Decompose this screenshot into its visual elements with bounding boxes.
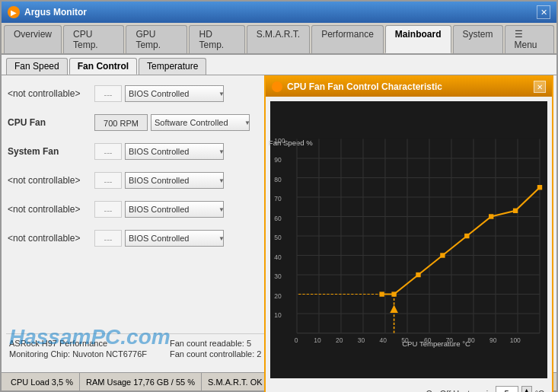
main-window: ▶ Argus Monitor ✕ Overview CPU Temp. GPU… [0,0,558,392]
window-close-button[interactable]: ✕ [537,5,550,19]
svg-text:20: 20 [274,292,282,300]
chart-point-4[interactable] [440,253,445,257]
x-axis-label: CPU Temperature °C [402,339,470,348]
fan-label-cpu: CPU Fan [8,117,91,128]
tab-performance[interactable]: Performance [311,25,384,53]
hysteresis-unit: °C [535,389,544,392]
hysteresis-up-button[interactable]: ▲ [521,386,532,392]
subtab-fan-speed[interactable]: Fan Speed [6,58,68,75]
svg-text:80: 80 [467,336,475,344]
table-row: <not controllable> --- BIOS Controlled [6,167,279,194]
chart-point-8[interactable] [537,185,542,190]
chart-point-5[interactable] [464,234,469,238]
svg-text:30: 30 [274,272,282,280]
window-title: Argus Monitor [24,7,87,18]
svg-text:80: 80 [274,176,282,183]
svg-text:50: 50 [274,234,282,241]
tab-smart[interactable]: S.M.A.R.T. [247,25,310,53]
svg-text:100: 100 [274,137,285,145]
hysteresis-control: On-Off Hysteresis ▲ ▼ °C [266,383,552,392]
fan-control-select-5[interactable]: BIOS Controlled [125,201,224,218]
svg-text:100: 100 [510,336,521,344]
tab-menu[interactable]: ☰ Menu [505,25,554,53]
fan-control-wrapper-system: BIOS Controlled [125,143,228,160]
dialog-close-button[interactable]: ✕ [534,81,546,93]
app-icon: ▶ [8,6,20,18]
svg-text:90: 90 [274,156,282,164]
fan-control-select-cpu[interactable]: Software Controlled BIOS Controlled [151,114,250,131]
cpu-fan-dialog: CPU Fan Fan Control Characteristic ✕ Fan… [264,75,553,392]
fan-control-wrapper-6: BIOS Controlled [125,230,228,247]
svg-text:70: 70 [274,195,282,202]
fan-rpm-system: --- [94,143,122,160]
fan-control-wrapper-5: BIOS Controlled [125,201,228,218]
svg-text:90: 90 [489,336,497,344]
svg-text:60: 60 [274,215,282,222]
subtab-temperature[interactable]: Temperature [139,58,206,75]
tab-system[interactable]: System [453,25,503,53]
fan-readable: Fan count readable: 5 [170,339,261,348]
fan-control-select-system[interactable]: BIOS Controlled [125,143,224,160]
table-row: <not controllable> --- BIOS Controlled [6,196,279,223]
fan-control-wrapper-cpu: Software Controlled BIOS Controlled [151,114,253,131]
fan-control-select-4[interactable]: BIOS Controlled [125,172,224,189]
fan-rpm-cpu: 700 RPM [94,114,148,131]
chart-point-3[interactable] [416,272,420,277]
svg-text:30: 30 [358,336,365,344]
chart-point-2[interactable] [391,292,396,296]
fan-rpm-1: --- [94,85,122,102]
tab-overview[interactable]: Overview [4,25,62,53]
info-section: ASRock H97 Performance Monitoring Chip: … [6,333,279,368]
dialog-title-text: CPU Fan Fan Control Characteristic [287,81,442,92]
table-row: <not controllable> --- BIOS Controlled [6,80,279,107]
table-row: CPU Fan 700 RPM Software Controlled BIOS… [6,109,279,136]
tab-gpu-temp[interactable]: GPU Temp. [126,25,187,53]
chip-name: Monitoring Chip: Nuvoton NCT6776F [9,349,147,359]
chart-container: Fan Speed % CPU Temperature °C [270,101,547,378]
fan-control-select-6[interactable]: BIOS Controlled [125,230,224,247]
hysteresis-spinner: ▲ ▼ [521,386,532,392]
content-area: <not controllable> --- BIOS Controlled C… [2,75,556,372]
fan-chart[interactable]: Fan Speed % CPU Temperature °C [297,124,540,348]
chart-point-7[interactable] [513,209,518,213]
svg-text:40: 40 [274,253,282,261]
tab-cpu-temp[interactable]: CPU Temp. [63,25,124,53]
tab-mainboard[interactable]: Mainboard [385,25,451,53]
svg-text:70: 70 [446,336,454,344]
board-name: ASRock H97 Performance [9,339,147,348]
svg-text:40: 40 [379,336,387,344]
svg-text:20: 20 [336,336,343,344]
fan-control-wrapper-1: BIOS Controlled [125,85,228,102]
fan-rpm-5: --- [94,201,122,218]
dialog-icon [272,81,282,92]
status-ram-usage: RAM Usage 17,76 GB / 55 % [80,373,202,390]
fan-label-5: <not controllable> [8,204,91,215]
fan-label-4: <not controllable> [8,175,91,186]
svg-text:10: 10 [274,311,282,319]
title-bar: ▶ Argus Monitor ✕ [2,2,556,23]
subtab-fan-control[interactable]: Fan Control [69,58,137,75]
svg-text:50: 50 [401,336,409,344]
table-row: System Fan --- BIOS Controlled [6,138,279,165]
fan-label-system: System Fan [8,146,91,157]
svg-text:0: 0 [295,336,298,344]
sub-tabs: Fan Speed Fan Control Temperature [2,55,556,75]
nav-tabs: Overview CPU Temp. GPU Temp. HD Temp. S.… [2,23,556,55]
chart-point-6[interactable] [489,214,493,218]
fan-list: <not controllable> --- BIOS Controlled C… [2,75,283,372]
status-smart: S.M.A.R.T. OK [202,373,269,390]
svg-text:10: 10 [314,336,321,344]
hysteresis-label: On-Off Hysteresis [426,389,492,392]
fan-control-wrapper-4: BIOS Controlled [125,172,228,189]
fan-control-select-1[interactable]: BIOS Controlled [125,85,224,102]
fan-controllable: Fan count controllable: 2 [170,349,261,359]
hysteresis-input[interactable] [496,386,518,392]
fan-label-1: <not controllable> [8,88,91,99]
fan-rpm-6: --- [94,230,122,247]
tab-hd-temp[interactable]: HD Temp. [189,25,244,53]
fan-rpm-4: --- [94,172,122,189]
fan-label-6: <not controllable> [8,233,91,244]
status-cpu-load: CPU Load 3,5 % [5,373,80,390]
table-row: <not controllable> --- BIOS Controlled [6,225,279,252]
svg-text:60: 60 [424,336,432,344]
